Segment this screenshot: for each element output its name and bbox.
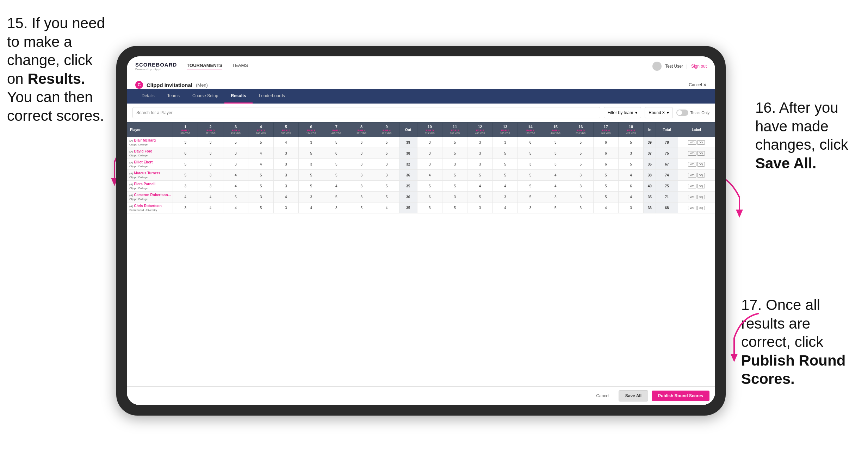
score-hole-8[interactable]: 3: [349, 170, 374, 181]
score-hole-13[interactable]: 5: [492, 159, 517, 170]
score-hole-15[interactable]: 3: [543, 192, 568, 203]
score-hole-3[interactable]: 3: [223, 159, 248, 170]
tab-teams[interactable]: Teams: [161, 89, 186, 104]
score-hole-10[interactable]: 5: [417, 181, 442, 192]
tab-leaderboards[interactable]: Leaderboards: [253, 89, 291, 104]
score-hole-11[interactable]: 5: [442, 148, 467, 159]
score-hole-15[interactable]: 3: [543, 137, 568, 148]
score-hole-1[interactable]: 3: [173, 181, 198, 192]
publish-round-scores-button[interactable]: Publish Round Scores: [652, 391, 709, 401]
score-hole-3[interactable]: 4: [223, 170, 248, 181]
tab-results[interactable]: Results: [224, 89, 252, 104]
totals-only-toggle[interactable]: Totals Only: [676, 110, 709, 116]
score-hole-16[interactable]: 5: [568, 159, 593, 170]
score-hole-1[interactable]: 5: [173, 159, 198, 170]
tab-details[interactable]: Details: [135, 89, 161, 104]
score-hole-2[interactable]: 4: [198, 192, 223, 203]
score-hole-10[interactable]: 3: [417, 148, 442, 159]
score-hole-1[interactable]: 3: [173, 203, 198, 213]
score-hole-15[interactable]: 3: [543, 148, 568, 159]
score-hole-8[interactable]: 3: [349, 148, 374, 159]
score-hole-16[interactable]: 3: [568, 203, 593, 213]
score-hole-11[interactable]: 5: [442, 181, 467, 192]
score-hole-3[interactable]: 3: [223, 148, 248, 159]
score-hole-8[interactable]: 3: [349, 159, 374, 170]
score-hole-14[interactable]: 5: [518, 181, 543, 192]
score-hole-7[interactable]: 5: [324, 159, 349, 170]
score-hole-5[interactable]: 4: [273, 192, 298, 203]
score-hole-11[interactable]: 5: [442, 170, 467, 181]
score-hole-18[interactable]: 4: [618, 170, 643, 181]
score-hole-8[interactable]: 3: [349, 181, 374, 192]
score-hole-5[interactable]: 3: [273, 181, 298, 192]
score-hole-1[interactable]: 6: [173, 148, 198, 159]
score-hole-7[interactable]: 6: [324, 148, 349, 159]
score-hole-18[interactable]: 3: [618, 148, 643, 159]
score-hole-2[interactable]: 3: [198, 181, 223, 192]
filter-team-dropdown[interactable]: Filter by team ▾: [604, 107, 641, 118]
score-hole-17[interactable]: 6: [593, 137, 618, 148]
score-hole-17[interactable]: 4: [593, 203, 618, 213]
score-hole-2[interactable]: 3: [198, 159, 223, 170]
score-hole-9[interactable]: 3: [374, 159, 399, 170]
score-hole-3[interactable]: 5: [223, 192, 248, 203]
score-hole-4[interactable]: 4: [248, 159, 273, 170]
tab-course-setup[interactable]: Course Setup: [186, 89, 224, 104]
score-hole-4[interactable]: 5: [248, 181, 273, 192]
score-hole-17[interactable]: 5: [593, 192, 618, 203]
score-hole-15[interactable]: 3: [543, 159, 568, 170]
score-hole-11[interactable]: 3: [442, 192, 467, 203]
score-hole-14[interactable]: 3: [518, 203, 543, 213]
score-hole-14[interactable]: 6: [518, 137, 543, 148]
score-hole-6[interactable]: 5: [299, 148, 324, 159]
score-hole-16[interactable]: 3: [568, 181, 593, 192]
score-hole-9[interactable]: 3: [374, 170, 399, 181]
score-hole-10[interactable]: 3: [417, 203, 442, 213]
score-hole-12[interactable]: 5: [467, 192, 492, 203]
score-hole-16[interactable]: 3: [568, 170, 593, 181]
score-hole-17[interactable]: 6: [593, 148, 618, 159]
score-hole-4[interactable]: 5: [248, 137, 273, 148]
score-hole-18[interactable]: 5: [618, 159, 643, 170]
score-hole-6[interactable]: 3: [299, 137, 324, 148]
wd-button[interactable]: WD: [688, 184, 696, 188]
score-hole-15[interactable]: 4: [543, 170, 568, 181]
dq-button[interactable]: DQ: [697, 173, 705, 178]
score-hole-13[interactable]: 5: [492, 170, 517, 181]
score-hole-2[interactable]: 3: [198, 137, 223, 148]
score-hole-13[interactable]: 3: [492, 192, 517, 203]
score-hole-10[interactable]: 6: [417, 192, 442, 203]
dq-button[interactable]: DQ: [697, 151, 705, 156]
score-hole-11[interactable]: 3: [442, 159, 467, 170]
score-hole-18[interactable]: 5: [618, 137, 643, 148]
score-hole-2[interactable]: 3: [198, 148, 223, 159]
score-hole-1[interactable]: 3: [173, 137, 198, 148]
wd-button[interactable]: WD: [688, 151, 696, 156]
score-hole-9[interactable]: 5: [374, 181, 399, 192]
score-hole-14[interactable]: 3: [518, 159, 543, 170]
cancel-tournament-button[interactable]: Cancel ✕: [689, 82, 707, 87]
dq-button[interactable]: DQ: [697, 184, 705, 188]
score-hole-11[interactable]: 5: [442, 203, 467, 213]
score-hole-17[interactable]: 6: [593, 159, 618, 170]
search-input[interactable]: [132, 107, 600, 118]
score-hole-6[interactable]: 5: [299, 170, 324, 181]
score-hole-7[interactable]: 5: [324, 170, 349, 181]
score-hole-10[interactable]: 3: [417, 159, 442, 170]
score-hole-9[interactable]: 4: [374, 203, 399, 213]
cancel-button[interactable]: Cancel: [590, 391, 615, 401]
score-hole-9[interactable]: 5: [374, 192, 399, 203]
score-hole-5[interactable]: 3: [273, 148, 298, 159]
score-hole-4[interactable]: 3: [248, 192, 273, 203]
score-hole-8[interactable]: 6: [349, 137, 374, 148]
wd-button[interactable]: WD: [688, 195, 696, 199]
wd-button[interactable]: WD: [688, 140, 696, 145]
score-hole-16[interactable]: 3: [568, 192, 593, 203]
score-hole-9[interactable]: 5: [374, 137, 399, 148]
score-hole-12[interactable]: 3: [467, 148, 492, 159]
score-hole-18[interactable]: 3: [618, 203, 643, 213]
dq-button[interactable]: DQ: [697, 195, 705, 199]
score-hole-9[interactable]: 5: [374, 148, 399, 159]
score-hole-11[interactable]: 5: [442, 137, 467, 148]
score-hole-6[interactable]: 4: [299, 203, 324, 213]
